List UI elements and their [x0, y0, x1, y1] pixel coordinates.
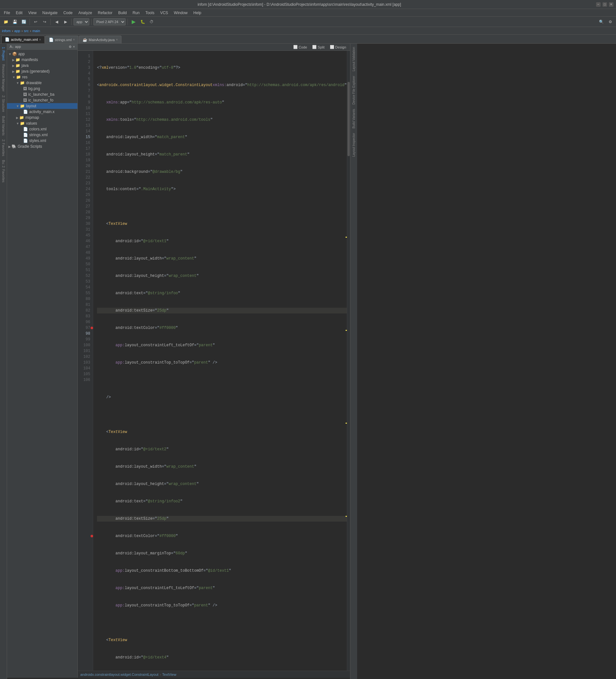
menu-code[interactable]: Code [61, 10, 75, 16]
nav-sep-1: › [12, 29, 13, 33]
menu-edit[interactable]: Edit [13, 10, 25, 16]
toolbar-redo-btn[interactable]: ↪ [41, 18, 48, 26]
tree-styles[interactable]: ▶ 📄 styles.xml [7, 138, 77, 143]
tree-manifests[interactable]: ▶ 📁 manifests [7, 57, 77, 63]
tab-close-activity-main[interactable]: × [39, 38, 41, 41]
tree-java-gen[interactable]: ▶ 📁 java (generated) [7, 68, 77, 74]
tree-app[interactable]: ▼ 📦 app [7, 51, 77, 57]
settings-btn[interactable]: ⚙ [606, 18, 614, 26]
tree-colors[interactable]: ▶ 📄 colors.xml [7, 126, 77, 132]
tree-activity-main-xml[interactable]: ▶ 📄 activity_main.x [7, 109, 77, 115]
code-lines[interactable]: <?xml version="1.0" encoding="utf-8"?> <… [93, 51, 347, 671]
left-tab-build-variants[interactable]: Build Variants [1, 114, 6, 137]
tab-strings[interactable]: 📄 strings.xml × [45, 36, 78, 43]
code-line-28: android:textColor="#ff0000" [97, 533, 347, 539]
code-content[interactable]: 1 2 3 4 5 6 7 8 9 10 11 12 13 14 15 16 1 [78, 51, 350, 671]
tree-icon-manifests: 📁 [15, 58, 20, 62]
left-tab-favorites[interactable]: 2: Favorites [1, 137, 6, 158]
view-split-btn[interactable]: ⬜ Split [311, 45, 326, 50]
view-design-btn[interactable]: ⬜ Design [329, 45, 348, 50]
tree-strings[interactable]: ▶ 📄 strings.xml [7, 132, 77, 138]
tree-gradle[interactable]: ▶ 🐘 Gradle Scripts [7, 143, 77, 149]
menu-vcs[interactable]: VCS [158, 10, 171, 16]
toolbar-save-btn[interactable]: 💾 [11, 18, 19, 26]
project-settings-btn[interactable]: ⚙ [69, 45, 72, 48]
tree-icon-drawable: 📁 [20, 80, 25, 85]
left-tab-resource[interactable]: Resource Manager [1, 62, 6, 94]
close-button[interactable]: × [609, 2, 613, 7]
nav-src[interactable]: src [24, 29, 29, 33]
left-tab-project[interactable]: 1: Project [1, 45, 6, 62]
app-selector[interactable]: app [73, 18, 89, 25]
debug-btn[interactable]: 🐛 [139, 18, 147, 26]
toolbar-undo-btn[interactable]: ↩ [32, 18, 39, 26]
code-line-9 [97, 204, 347, 209]
tree-label-drawable: drawable [26, 80, 42, 85]
breadcrumb-constraintlayout[interactable]: androidx.constraintlayout.widget.Constra… [80, 673, 158, 676]
tab-close-mainactivity[interactable]: × [116, 38, 118, 41]
minimize-button[interactable]: − [596, 2, 601, 7]
view-code-btn[interactable]: ⬜ Code [292, 45, 308, 50]
tab-activity-main[interactable]: 📄 activity_main.xml × [1, 36, 45, 43]
left-tab-structure[interactable]: 2: Structure [1, 94, 6, 114]
right-tab-device-file[interactable]: Device File Explorer [351, 74, 356, 106]
nav-app[interactable]: app [14, 29, 20, 33]
toolbar-fwd-btn[interactable]: ▶ [62, 18, 69, 26]
toolbar-back-btn[interactable]: ◀ [53, 18, 60, 26]
tab-mainactivity[interactable]: ☕ MainActivity.java × [79, 36, 121, 43]
tree-mipmap[interactable]: ▶ 📁 mipmap [7, 115, 77, 121]
error-indicator-4 [346, 516, 347, 517]
scrollbar-thumb[interactable] [348, 82, 350, 156]
right-tab-build-variants[interactable]: Build Variants [351, 107, 356, 130]
menu-view[interactable]: View [26, 10, 39, 16]
tree-drawable[interactable]: ▼ 📁 drawable [7, 80, 77, 86]
line-52: 52 [78, 273, 93, 279]
menu-refactor[interactable]: Refactor [95, 10, 115, 16]
nav-project[interactable]: infom [2, 29, 10, 33]
menu-window[interactable]: Window [171, 10, 190, 16]
tree-label-styles: styles.xml [29, 138, 46, 143]
project-close-btn[interactable]: × [73, 45, 75, 48]
toolbar-sep-3 [71, 19, 72, 25]
menu-help[interactable]: Help [191, 10, 204, 16]
tree-label-gradle: Gradle Scripts [18, 144, 42, 149]
maximize-button[interactable]: □ [603, 2, 607, 7]
tree-label-ic-ba: ic_launcher_ba [28, 92, 54, 97]
tree-res[interactable]: ▼ 📁 res [7, 74, 77, 80]
device-selector[interactable]: Pixel 2 API 24 [93, 18, 126, 25]
line-45: 45 [78, 232, 93, 238]
code-line-10: <TextView [97, 221, 347, 227]
menu-tools[interactable]: Tools [143, 10, 157, 16]
nav-main[interactable]: main [32, 29, 40, 33]
code-line-24: android:layout_width="wrap_content" [97, 464, 347, 470]
profile-btn[interactable]: ⏱ [148, 18, 156, 26]
toolbar-open-btn[interactable]: 📁 [2, 18, 10, 26]
right-tab-layout-validation[interactable]: Layout Validation [351, 45, 356, 73]
left-tab-favorites2[interactable]: Bu: 2: Favorites [1, 158, 6, 184]
menu-analyze[interactable]: Analyze [76, 10, 95, 16]
right-tab-layout-inspector[interactable]: Layout Inspector [351, 131, 356, 159]
tree-bg-png[interactable]: ▶ 🖼 bg.png [7, 86, 77, 92]
project-tree: ▼ 📦 app ▶ 📁 manifests ▶ 📁 java [7, 50, 77, 678]
line-11: 11 [78, 111, 93, 117]
tree-arrow-res: ▼ [12, 75, 15, 79]
menu-build[interactable]: Build [116, 10, 129, 16]
line-50: 50 [78, 261, 93, 267]
menu-run[interactable]: Run [130, 10, 142, 16]
tree-ic-launcher-fo[interactable]: ▶ 🖼 ic_launcher_fo [7, 97, 77, 103]
tree-layout[interactable]: ▼ 📁 layout [7, 103, 77, 109]
tree-icon-bg: 🖼 [23, 87, 27, 91]
toolbar: 📁 💾 🔄 ↩ ↪ ◀ ▶ app Pixel 2 API 24 ▶ 🐛 ⏱ 🔍… [0, 17, 616, 27]
tree-values[interactable]: ▼ 📁 values [7, 121, 77, 126]
tree-ic-launcher-ba[interactable]: ▶ 🖼 ic_launcher_ba [7, 92, 77, 97]
menu-navigate[interactable]: Navigate [40, 10, 60, 16]
scrollbar-right[interactable] [347, 51, 350, 671]
menu-file[interactable]: File [1, 10, 12, 16]
breadcrumb-textview[interactable]: TextView [162, 673, 176, 676]
tab-close-strings[interactable]: × [73, 38, 75, 41]
tree-java[interactable]: ▶ 📁 java [7, 63, 77, 68]
run-btn[interactable]: ▶ [130, 18, 137, 26]
line-20: 20 [78, 163, 93, 169]
search-btn[interactable]: 🔍 [597, 18, 605, 26]
toolbar-sync-btn[interactable]: 🔄 [20, 18, 28, 26]
